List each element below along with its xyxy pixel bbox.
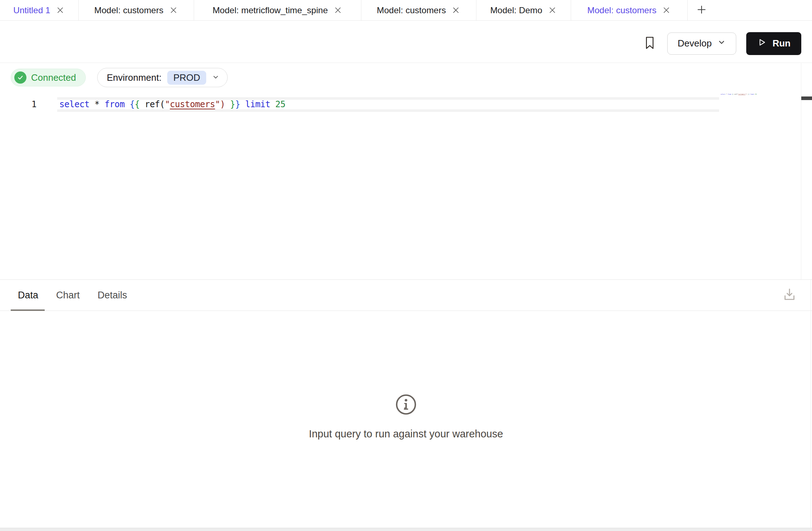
editor-minimap: select * from {{ ref("customers") }} lim…	[721, 94, 760, 99]
code-text: select * from {{ ref("customers") }} lim…	[59, 100, 285, 109]
code-token: limit	[245, 99, 270, 109]
bookmark-icon	[644, 36, 656, 51]
tab-data[interactable]: Data	[17, 280, 39, 311]
plus-icon	[696, 4, 707, 17]
close-icon[interactable]	[548, 6, 557, 15]
download-icon	[781, 299, 798, 304]
code-token	[140, 99, 145, 109]
tab-model-demo[interactable]: Model: Demo	[476, 0, 571, 20]
run-button-label: Run	[772, 38, 791, 49]
code-token: {	[135, 99, 140, 109]
results-tab-label: Chart	[56, 290, 80, 301]
environment-value-pill: PROD	[167, 71, 206, 85]
code-token: )	[220, 99, 225, 109]
code-token: "	[165, 99, 170, 109]
editor-scrollbar-thumb[interactable]	[801, 96, 812, 100]
tab-model-customers-1[interactable]: Model: customers	[79, 0, 194, 20]
results-tab-bar: Data Chart Details	[0, 280, 812, 311]
tab-model-customers-2[interactable]: Model: customers	[361, 0, 476, 20]
editor-scrollbar-track	[801, 63, 801, 279]
close-icon[interactable]	[451, 6, 461, 15]
close-icon[interactable]	[169, 6, 178, 15]
connection-status-badge: Connected	[11, 69, 86, 86]
check-icon	[14, 71, 26, 84]
tab-label: Model: Demo	[490, 5, 543, 15]
tab-label: Model: customers	[94, 5, 163, 15]
code-token: }	[235, 99, 240, 109]
play-icon	[757, 38, 767, 50]
tab-model-customers-3[interactable]: Model: customers	[571, 0, 688, 20]
results-panel: Data Chart Details	[0, 279, 812, 531]
info-icon	[395, 393, 417, 417]
editor-tab-bar: Untitled 1 Model: customers Model: metri…	[0, 0, 812, 21]
bookmark-button[interactable]	[642, 34, 657, 53]
environment-selector[interactable]: Environment: PROD	[97, 68, 228, 87]
download-results-button[interactable]	[780, 285, 799, 306]
editor-toolbar: Develop Run	[0, 21, 812, 63]
tab-label: Untitled 1	[13, 5, 50, 15]
line-number: 1	[31, 97, 42, 112]
chevron-down-icon	[717, 38, 726, 49]
bottom-scrollbar-strip	[0, 528, 812, 531]
code-token: customers	[170, 99, 215, 109]
new-tab-button[interactable]	[688, 0, 716, 20]
code-token	[270, 99, 275, 109]
code-token: from	[104, 99, 124, 109]
tab-untitled-1[interactable]: Untitled 1	[0, 0, 79, 20]
code-token: select	[59, 99, 89, 109]
code-token: 25	[275, 99, 285, 109]
close-icon[interactable]	[333, 6, 342, 15]
environment-label: Environment:	[107, 72, 162, 83]
close-icon[interactable]	[662, 6, 671, 15]
tab-label: Model: metricflow_time_spine	[213, 5, 328, 15]
code-token: (	[160, 99, 165, 109]
tab-chart[interactable]: Chart	[55, 280, 80, 311]
tab-label: Model: customers	[587, 5, 656, 15]
ide-window: Untitled 1 Model: customers Model: metri…	[0, 0, 812, 531]
code-token: {	[130, 99, 135, 109]
code-token: }	[230, 99, 235, 109]
code-token: ref	[145, 99, 160, 109]
results-tab-label: Details	[98, 290, 127, 301]
chevron-down-icon	[212, 72, 219, 83]
connection-status-label: Connected	[31, 72, 76, 83]
sql-editor[interactable]: Connected Environment: PROD 1 select * f…	[0, 63, 812, 279]
develop-button-label: Develop	[678, 38, 712, 49]
run-button[interactable]: Run	[746, 32, 801, 55]
tab-details[interactable]: Details	[97, 280, 128, 311]
active-code-line[interactable]: select * from {{ ref("customers") }} lim…	[57, 97, 719, 112]
close-icon[interactable]	[56, 6, 65, 15]
tab-model-metricflow-time-spine[interactable]: Model: metricflow_time_spine	[194, 0, 361, 20]
code-token	[99, 99, 104, 109]
develop-dropdown-button[interactable]: Develop	[667, 33, 736, 55]
code-token: *	[94, 99, 99, 109]
code-token	[125, 99, 130, 109]
editor-status-row: Connected Environment: PROD	[11, 68, 228, 87]
empty-state-message: Input query to run against your warehous…	[309, 428, 503, 440]
results-scrollbar-track	[811, 280, 811, 528]
code-token	[240, 99, 245, 109]
results-empty-state: Input query to run against your warehous…	[0, 311, 812, 522]
code-token	[89, 99, 94, 109]
code-token	[225, 99, 230, 109]
code-token: "	[215, 99, 220, 109]
tab-label: Model: customers	[377, 5, 446, 15]
results-tab-label: Data	[18, 290, 38, 301]
